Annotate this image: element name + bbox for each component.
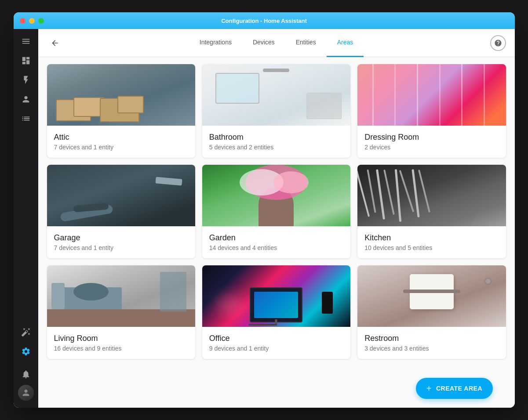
area-card-name-garage: Garage <box>54 233 188 243</box>
area-card-info-garden: Garden 14 devices and 4 entities <box>202 226 350 258</box>
tab-areas[interactable]: Areas <box>327 29 364 57</box>
top-navigation: Integrations Devices Entities Areas <box>38 29 515 57</box>
area-image-dressing-room <box>357 64 506 126</box>
area-card-details-restroom: 3 devices and 3 entities <box>364 345 499 352</box>
area-card-info-garage: Garage 7 devices and 1 entity <box>47 226 195 258</box>
area-card-dressing-room[interactable]: Dressing Room 2 devices <box>357 64 506 158</box>
titlebar: Configuration - Home Assistant <box>14 12 515 29</box>
area-card-kitchen[interactable]: Kitchen 10 devices and 5 entities <box>357 165 506 258</box>
area-image-restroom <box>357 265 506 327</box>
nav-tabs: Integrations Devices Entities Areas <box>72 29 481 57</box>
window-title: Configuration - Home Assistant <box>221 18 307 24</box>
window-controls <box>20 18 44 24</box>
area-card-details-living-room: 16 devices and 9 entities <box>54 345 188 352</box>
area-card-name-dressing-room: Dressing Room <box>364 133 499 142</box>
tab-integrations[interactable]: Integrations <box>189 29 242 57</box>
area-image-living-room <box>47 265 195 327</box>
area-image-kitchen <box>357 165 506 226</box>
area-card-details-garden: 14 devices and 4 entities <box>209 244 343 251</box>
area-card-info-attic: Attic 7 devices and 1 entity <box>47 126 195 158</box>
area-card-details-garage: 7 devices and 1 entity <box>54 244 188 251</box>
sidebar <box>14 29 38 408</box>
maximize-button[interactable] <box>38 18 44 24</box>
area-card-details-kitchen: 10 devices and 5 entities <box>364 244 499 251</box>
area-card-name-office: Office <box>209 334 343 343</box>
area-card-info-living-room: Living Room 16 devices and 9 entities <box>47 327 195 359</box>
area-card-attic[interactable]: Attic 7 devices and 1 entity <box>47 64 195 158</box>
area-card-details-attic: 7 devices and 1 entity <box>54 144 188 151</box>
area-card-name-restroom: Restroom <box>364 334 499 343</box>
area-card-name-garden: Garden <box>209 233 343 243</box>
back-button[interactable] <box>47 35 63 51</box>
area-card-bathroom[interactable]: Bathroom 5 devices and 2 entities <box>202 64 350 158</box>
area-card-info-kitchen: Kitchen 10 devices and 5 entities <box>357 226 506 258</box>
area-image-garage <box>47 165 195 226</box>
area-image-attic <box>47 64 195 126</box>
areas-grid-container: Attic 7 devices and 1 entity Bathroom 5 … <box>38 57 515 408</box>
tab-devices[interactable]: Devices <box>242 29 285 57</box>
area-card-details-dressing-room: 2 devices <box>364 144 499 151</box>
area-card-garden[interactable]: Garden 14 devices and 4 entities <box>202 165 350 258</box>
area-card-name-living-room: Living Room <box>54 334 188 343</box>
sidebar-item-config[interactable] <box>17 343 35 360</box>
create-area-button[interactable]: + CREATE AREA <box>416 378 493 399</box>
area-card-details-bathroom: 5 devices and 2 entities <box>209 144 343 151</box>
create-area-label: CREATE AREA <box>436 385 482 392</box>
create-area-plus-icon: + <box>426 384 432 393</box>
tab-entities[interactable]: Entities <box>285 29 327 57</box>
sidebar-item-automation[interactable] <box>17 71 35 89</box>
sidebar-item-logbook[interactable] <box>17 110 35 127</box>
area-card-info-restroom: Restroom 3 devices and 3 entities <box>357 327 506 359</box>
area-image-office <box>202 265 350 327</box>
area-card-office[interactable]: Office 9 devices and 1 entity <box>202 265 350 359</box>
area-card-info-dressing-room: Dressing Room 2 devices <box>357 126 506 158</box>
area-card-name-attic: Attic <box>54 133 188 142</box>
area-card-name-bathroom: Bathroom <box>209 133 343 142</box>
sidebar-item-dashboard[interactable] <box>17 52 35 69</box>
area-image-garden <box>202 165 350 226</box>
area-card-name-kitchen: Kitchen <box>364 233 499 243</box>
help-button[interactable] <box>490 35 506 51</box>
area-card-info-office: Office 9 devices and 1 entity <box>202 327 350 359</box>
minimize-button[interactable] <box>29 18 35 24</box>
sidebar-item-notifications[interactable] <box>17 366 35 383</box>
close-button[interactable] <box>20 18 25 24</box>
area-image-bathroom <box>202 64 350 126</box>
area-card-garage[interactable]: Garage 7 devices and 1 entity <box>47 165 195 258</box>
areas-grid: Attic 7 devices and 1 entity Bathroom 5 … <box>47 64 506 359</box>
area-card-details-office: 9 devices and 1 entity <box>209 345 343 352</box>
area-card-info-bathroom: Bathroom 5 devices and 2 entities <box>202 126 350 158</box>
sidebar-item-menu[interactable] <box>17 33 35 50</box>
main-content: Integrations Devices Entities Areas <box>38 29 515 408</box>
area-card-living-room[interactable]: Living Room 16 devices and 9 entities <box>47 265 195 359</box>
app-window: Configuration - Home Assistant <box>14 12 515 408</box>
sidebar-item-persons[interactable] <box>17 91 35 108</box>
sidebar-item-devtools[interactable] <box>17 323 35 341</box>
app-body: Integrations Devices Entities Areas <box>14 29 515 408</box>
area-card-restroom[interactable]: Restroom 3 devices and 3 entities <box>357 265 506 359</box>
user-avatar[interactable] <box>18 385 34 401</box>
